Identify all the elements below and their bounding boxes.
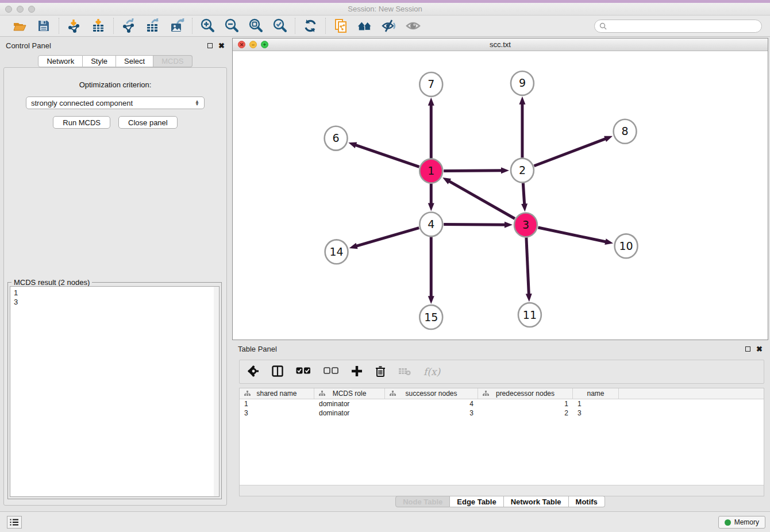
edge-3-11[interactable]: [526, 237, 529, 296]
column-header-predecessor-nodes[interactable]: predecessor nodes: [478, 388, 573, 399]
edge-3-1[interactable]: [448, 180, 515, 219]
tree-icon: [390, 391, 396, 396]
cell-predecessor-nodes[interactable]: 1: [478, 399, 573, 408]
refresh-icon[interactable]: [302, 18, 318, 34]
close-table-panel-icon[interactable]: ✖: [756, 345, 763, 353]
arrowhead-icon: [604, 136, 613, 142]
search-area: [594, 20, 762, 33]
node-label-8: 8: [622, 125, 629, 137]
hide-selected-icon[interactable]: [381, 18, 397, 34]
delete-column-icon[interactable]: [375, 365, 386, 379]
cell-MCDS-role[interactable]: dominator: [314, 408, 385, 418]
cell-successor-nodes[interactable]: 3: [385, 408, 478, 418]
run-mcds-button[interactable]: Run MCDS: [53, 116, 110, 129]
table-settings-icon[interactable]: [248, 365, 259, 379]
tab-motifs[interactable]: Motifs: [569, 496, 605, 507]
network-graph[interactable]: 7968124314101511: [233, 51, 768, 340]
cell-predecessor-nodes[interactable]: 2: [478, 408, 573, 418]
memory-button[interactable]: Memory: [718, 516, 765, 529]
edge-3-10[interactable]: [538, 228, 607, 242]
open-session-icon[interactable]: [11, 18, 28, 34]
network-window-titlebar[interactable]: ✕ − + scc.txt: [233, 38, 768, 51]
edge-2-3[interactable]: [523, 183, 525, 206]
tab-select[interactable]: Select: [116, 55, 153, 67]
edge-4-14[interactable]: [355, 228, 419, 247]
network-canvas[interactable]: 7968124314101511: [233, 51, 768, 340]
search-field[interactable]: [594, 20, 762, 33]
arrowhead-icon: [428, 203, 434, 211]
float-panel-icon[interactable]: [207, 43, 213, 48]
clone-network-icon[interactable]: [333, 18, 349, 34]
dropdown-value: strongly connected component: [31, 99, 133, 107]
tab-network-table[interactable]: Network Table: [504, 496, 569, 507]
deselect-all-icon[interactable]: [324, 367, 338, 376]
import-network-icon[interactable]: [66, 18, 82, 34]
mcds-result-text[interactable]: 1 3: [10, 286, 220, 497]
first-neighbors-icon[interactable]: [357, 18, 373, 34]
chevron-up-down-icon: ▲▼: [195, 100, 199, 106]
task-history-button[interactable]: [7, 516, 22, 529]
arrowhead-icon: [605, 238, 613, 245]
table-row[interactable]: 1dominator411: [240, 399, 764, 408]
tab-style[interactable]: Style: [83, 55, 116, 67]
cell-name[interactable]: 1: [573, 399, 619, 408]
export-image-icon[interactable]: [169, 18, 185, 34]
table-row[interactable]: 3dominator323: [240, 408, 764, 418]
node-label-3: 3: [522, 218, 529, 231]
control-panel-tabs: NetworkStyleSelectMCDS: [0, 55, 230, 67]
cell-name[interactable]: 3: [573, 408, 619, 418]
table-footer-bar: [239, 485, 764, 496]
tab-edge-table[interactable]: Edge Table: [450, 496, 503, 507]
zoom-fit-icon[interactable]: [248, 18, 264, 34]
tab-mcds[interactable]: MCDS: [153, 55, 192, 67]
node-label-11: 11: [523, 309, 537, 321]
node-table[interactable]: shared nameMCDS rolesuccessor nodesprede…: [239, 388, 764, 485]
node-label-1: 1: [428, 164, 434, 177]
node-label-2: 2: [519, 164, 526, 176]
arrowhead-icon: [521, 203, 528, 211]
table-header-row: shared nameMCDS rolesuccessor nodesprede…: [240, 388, 764, 399]
optimization-criterion-dropdown[interactable]: strongly connected component ▲▼: [26, 97, 205, 109]
cell-successor-nodes[interactable]: 4: [385, 399, 478, 408]
export-network-icon[interactable]: [121, 18, 137, 34]
column-header-shared-name[interactable]: shared name: [240, 388, 314, 399]
save-session-icon[interactable]: [36, 18, 52, 34]
node-label-7: 7: [428, 78, 434, 90]
export-table-icon[interactable]: [145, 18, 161, 34]
main-toolbar: [0, 16, 770, 37]
column-header-name[interactable]: name: [573, 388, 619, 399]
cell-shared-name[interactable]: 3: [240, 408, 314, 418]
column-header-MCDS-role[interactable]: MCDS role: [314, 388, 385, 399]
edge-1-2[interactable]: [444, 171, 503, 171]
search-input[interactable]: [610, 22, 757, 30]
edge-2-8[interactable]: [534, 138, 607, 165]
network-view-window: ✕ − + scc.txt 7968124314101511: [232, 38, 768, 340]
tab-network[interactable]: Network: [38, 55, 83, 67]
edge-4-3[interactable]: [444, 225, 507, 225]
arrowhead-icon: [505, 222, 513, 228]
table-tabs: Node TableEdge TableNetwork TableMotifs: [232, 496, 768, 507]
column-header-successor-nodes[interactable]: successor nodes: [385, 388, 478, 399]
zoom-out-icon[interactable]: [224, 18, 240, 34]
float-table-panel-icon[interactable]: [745, 346, 750, 352]
select-all-icon[interactable]: [296, 367, 311, 376]
tree-icon: [483, 391, 489, 396]
import-table-icon[interactable]: [90, 18, 106, 34]
close-panel-button[interactable]: Close panel: [118, 116, 178, 129]
show-all-icon[interactable]: [405, 18, 421, 34]
zoom-in-icon[interactable]: [199, 18, 215, 34]
edge-1-6[interactable]: [354, 144, 419, 167]
node-label-15: 15: [424, 311, 438, 323]
node-label-6: 6: [333, 132, 340, 144]
add-column-icon[interactable]: [351, 365, 363, 379]
split-view-icon[interactable]: [272, 365, 283, 379]
mcds-result-group: MCDS result (2 nodes) 1 3: [7, 282, 222, 499]
cell-shared-name[interactable]: 1: [240, 399, 314, 408]
mcds-result-title: MCDS result (2 nodes): [11, 278, 92, 287]
cell-MCDS-role[interactable]: dominator: [314, 399, 385, 408]
close-panel-icon[interactable]: ✖: [218, 42, 225, 49]
tab-node-table[interactable]: Node Table: [395, 496, 450, 507]
table-panel-title: Table Panel: [238, 345, 277, 353]
zoom-selected-icon[interactable]: [272, 18, 288, 34]
result-scrollbar[interactable]: [214, 287, 219, 496]
